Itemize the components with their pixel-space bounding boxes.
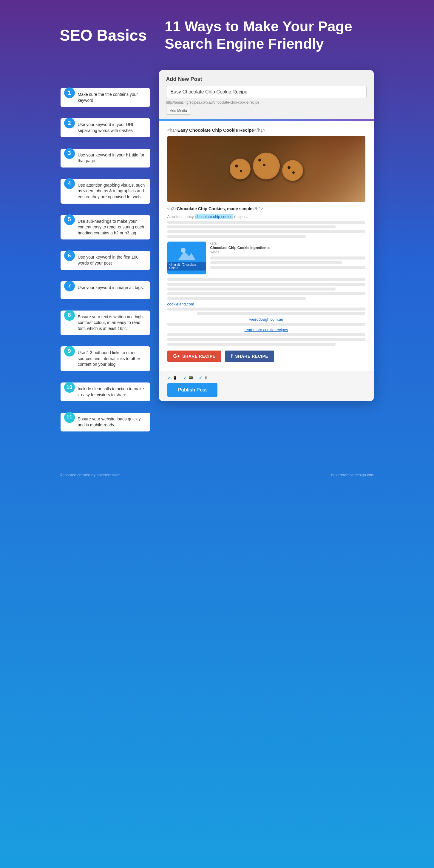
checkbox-item-3: ✔ 🖥 bbox=[199, 375, 208, 380]
content-panel: Add New Post Easy Chocolate Chip Cookie … bbox=[159, 70, 374, 401]
post-h1-block: <h1>Easy Chocolate Chip Cookie Recipe</h… bbox=[167, 127, 365, 133]
content-line-1 bbox=[167, 221, 365, 224]
h1-close-tag: </h1> bbox=[254, 127, 265, 132]
tip-item-4: 4 Use attention grabbing visuals, such a… bbox=[61, 179, 150, 210]
tip-badge-10: 10 bbox=[64, 382, 75, 393]
image-h3-row: <img alt="Chocolate Chip"> <h3> Chocolat… bbox=[167, 242, 365, 274]
post-h3-block: <h3> Chocolate Chip Cookie Ingredients <… bbox=[210, 242, 365, 254]
footer-left-credit: Resource created by bakercreative bbox=[60, 473, 120, 477]
tip-item-8: 8 Ensure your text is written in a high … bbox=[61, 311, 150, 341]
cookie-2 bbox=[253, 153, 280, 180]
content-line-10 bbox=[167, 308, 365, 311]
cookies-visual bbox=[230, 157, 303, 181]
content-line-7 bbox=[167, 287, 336, 290]
post-title-input[interactable]: Easy Chocolate Chip Cookie Recipe bbox=[166, 86, 367, 98]
tip-item-6: 6 Use your keyword in the first 100 word… bbox=[61, 251, 150, 276]
content-line-12 bbox=[167, 323, 365, 326]
device-icon-desktop: 🖥 bbox=[204, 376, 208, 380]
cookie-3 bbox=[282, 160, 303, 181]
link-weirddough[interactable]: weirddough.com.au bbox=[167, 317, 365, 321]
excerpt-text-after: recipe... bbox=[233, 214, 248, 219]
svg-marker-1 bbox=[178, 251, 196, 260]
post-url: http://amazingrecipes.com.au/chocolate-c… bbox=[166, 100, 367, 104]
share-facebook-button[interactable]: f SHARE RECIPE bbox=[225, 350, 274, 362]
tip-badge-9: 9 bbox=[64, 346, 75, 356]
h3-close-tag: </h3> bbox=[210, 250, 220, 254]
content-line-6 bbox=[167, 283, 365, 286]
excerpt-text-before: A no-fuss, easy bbox=[167, 214, 195, 219]
h2-open-tag: <h2> bbox=[167, 206, 177, 211]
checkmark-icon-3: ✔ bbox=[199, 375, 203, 380]
tip-badge-7: 7 bbox=[64, 281, 75, 291]
content-line-13 bbox=[167, 333, 365, 336]
page-title: 11 Ways to Make Your PageSearch Engine F… bbox=[165, 18, 352, 52]
placeholder-image: <img alt="Chocolate Chip"> bbox=[167, 242, 206, 274]
publish-post-button[interactable]: Publish Post bbox=[167, 383, 218, 397]
device-icon-phone: 📱 bbox=[173, 376, 177, 380]
device-icon-tablet: 📟 bbox=[189, 376, 193, 380]
facebook-icon: f bbox=[231, 353, 233, 359]
tip-badge-5: 5 bbox=[64, 214, 75, 225]
post-h2-block: <h2>Chocolate Chip Cookies, made simple<… bbox=[167, 206, 365, 212]
tip-badge-2: 2 bbox=[64, 118, 75, 128]
content-line-4 bbox=[167, 235, 306, 238]
add-media-button[interactable]: Add Media bbox=[166, 107, 191, 115]
link-cookieland[interactable]: cookieland.com bbox=[167, 302, 365, 306]
editor-header: Add New Post Easy Chocolate Chip Cookie … bbox=[159, 70, 374, 119]
h3-line-1 bbox=[210, 256, 365, 259]
tip-item-3: 3 Use your keyword in your h1 title for … bbox=[61, 149, 150, 174]
tip-badge-6: 6 bbox=[64, 250, 75, 261]
site-footer: Resource created by bakercreative bakerc… bbox=[0, 467, 434, 483]
seo-basics-label: SEO Basics bbox=[60, 26, 147, 44]
tip-badge-1: 1 bbox=[64, 88, 75, 98]
add-new-post-label: Add New Post bbox=[166, 76, 367, 83]
content-line-8 bbox=[167, 292, 365, 295]
footer-right-credit: bakercreativedesign.com bbox=[331, 473, 374, 477]
h3-line-2 bbox=[210, 261, 342, 264]
content-line-15 bbox=[167, 343, 336, 346]
post-excerpt: A no-fuss, easy chocolate chip cookie re… bbox=[167, 214, 365, 219]
main-layout: 1 Make sure the title contains your keyw… bbox=[0, 64, 434, 467]
excerpt-highlight: chocolate chip cookie bbox=[195, 214, 233, 219]
post-h1-text: Easy Chocolate Chip Cookie Recipe bbox=[177, 127, 254, 132]
post-h2-text: Chocolate Chip Cookies, made simple bbox=[176, 206, 252, 211]
content-line-3 bbox=[167, 230, 365, 233]
link-more-recipes[interactable]: read more cookie recipes bbox=[167, 328, 365, 332]
content-line-5 bbox=[167, 278, 365, 281]
checkmark-icon-1: ✔ bbox=[167, 375, 171, 380]
tip-item-2: 2 Use your keyword in your URL, separati… bbox=[61, 118, 150, 143]
post-footer: ✔ 📱 ✔ 📟 ✔ 🖥 Publish Post bbox=[159, 371, 374, 401]
h3-content: <h3> Chocolate Chip Cookie Ingredients <… bbox=[210, 242, 365, 271]
checkbox-item-2: ✔ 📟 bbox=[183, 375, 193, 380]
h2-close-tag: </h2> bbox=[252, 206, 263, 211]
checkbox-row: ✔ 📱 ✔ 📟 ✔ 🖥 bbox=[167, 375, 365, 380]
tips-panel: 1 Make sure the title contains your keyw… bbox=[61, 88, 150, 443]
tip-item-7: 7 Use your keyword in image alt tags. bbox=[61, 281, 150, 305]
image-placeholder-icon bbox=[178, 245, 196, 260]
content-line-2 bbox=[167, 225, 336, 228]
post-content: <h1>Easy Chocolate Chip Cookie Recipe</h… bbox=[159, 121, 374, 371]
tip-item-1: 1 Make sure the title contains your keyw… bbox=[61, 88, 150, 113]
content-line-9 bbox=[167, 297, 306, 300]
cookie-photo bbox=[167, 136, 365, 202]
checkmark-icon-2: ✔ bbox=[183, 375, 187, 380]
share-google-label: SHARE RECIPE bbox=[182, 354, 215, 359]
google-plus-icon: G+ bbox=[173, 353, 180, 359]
h1-open-tag: <h1> bbox=[167, 127, 177, 132]
content-line-11 bbox=[197, 312, 365, 315]
tip-badge-4: 4 bbox=[64, 178, 75, 189]
share-google-button[interactable]: G+ SHARE RECIPE bbox=[167, 350, 222, 362]
tip-badge-8: 8 bbox=[64, 310, 75, 321]
checkbox-item-1: ✔ 📱 bbox=[167, 375, 177, 380]
share-buttons: G+ SHARE RECIPE f SHARE RECIPE bbox=[167, 350, 365, 362]
h3-open-tag: <h3> bbox=[210, 242, 218, 246]
tip-item-9: 9 Use 2-3 outbound links to other source… bbox=[61, 346, 150, 377]
tip-badge-3: 3 bbox=[64, 148, 75, 159]
tip-item-10: 10 Include clear calls to action to make… bbox=[61, 382, 150, 407]
content-line-14 bbox=[167, 338, 365, 341]
img-alt-tag: <img alt="Chocolate Chip"> bbox=[167, 262, 206, 271]
share-facebook-label: SHARE RECIPE bbox=[235, 354, 268, 359]
h3-line-3 bbox=[210, 266, 365, 269]
tip-item-11: 11 Ensure your website loads quickly and… bbox=[61, 413, 150, 437]
tip-item-5: 5 Use sub-headings to make your content … bbox=[61, 215, 150, 246]
